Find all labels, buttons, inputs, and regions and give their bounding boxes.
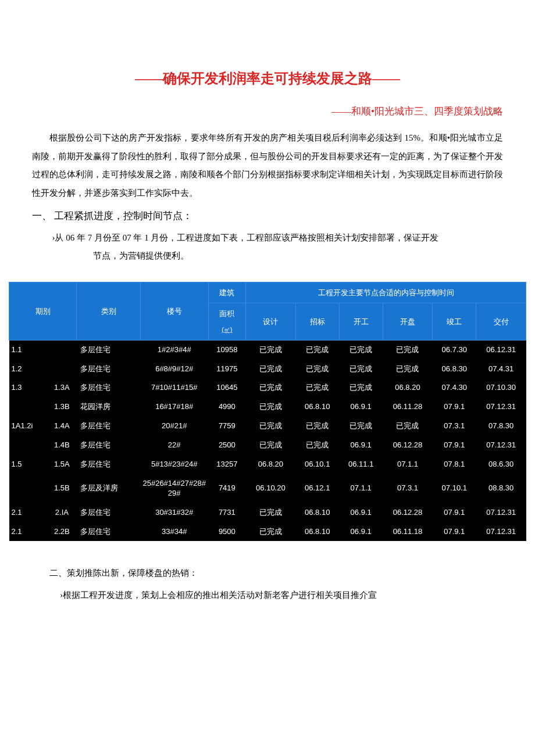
table-cell: 1#2#3#4# bbox=[140, 340, 208, 359]
project-schedule-table: 期别 类别 楼号 建筑 工程开发主要节点合适的内容与控制时间 面积 (㎡) 设计… bbox=[9, 282, 526, 542]
table-cell: 06.10.1 bbox=[295, 455, 339, 474]
table-cell: 06.8.20 bbox=[383, 378, 433, 397]
table-cell: 1.5A bbox=[47, 455, 77, 474]
section-2-heading: 二、策划推陈出新，保障楼盘的热销： bbox=[49, 564, 503, 583]
table-cell: 1.4B bbox=[47, 436, 77, 455]
table-cell: 已完成 bbox=[383, 417, 433, 436]
table-cell: 07.9.1 bbox=[433, 503, 476, 522]
col-design: 设计 bbox=[246, 303, 296, 341]
table-cell: 7731 bbox=[208, 503, 245, 522]
table-cell: 06.9.1 bbox=[339, 522, 383, 542]
table-cell: 已完成 bbox=[383, 360, 433, 379]
table-row: 1.31.3A多层住宅7#10#11#15#10645已完成已完成已完成06.8… bbox=[9, 378, 526, 397]
table-cell: 06.11.1 bbox=[339, 455, 383, 474]
table-cell: 06.10.20 bbox=[246, 474, 296, 503]
table-cell: 1.1 bbox=[9, 340, 48, 359]
table-cell: 多层及洋房 bbox=[77, 474, 141, 503]
table-cell: 1.4A bbox=[47, 417, 77, 436]
table-cell: 07.1.1 bbox=[339, 474, 383, 503]
table-cell: 花园洋房 bbox=[77, 397, 141, 417]
col-area-top: 建筑 bbox=[208, 282, 245, 303]
table-cell: 06.11.28 bbox=[383, 397, 433, 417]
table-cell: 07.12.31 bbox=[476, 397, 526, 417]
table-cell: 25#26#14#27#28#29# bbox=[140, 474, 208, 503]
table-cell: 已完成 bbox=[246, 397, 296, 417]
table-cell: 1.3B bbox=[47, 397, 77, 417]
table-cell: 07.12.31 bbox=[476, 503, 526, 522]
table-cell: 已完成 bbox=[339, 378, 383, 397]
table-cell: 06.11.18 bbox=[383, 522, 433, 542]
table-cell: 已完成 bbox=[339, 340, 383, 359]
table-cell: 9500 bbox=[208, 522, 245, 542]
table-cell: 06.8.10 bbox=[295, 522, 339, 542]
col-start: 开工 bbox=[339, 303, 383, 341]
table-cell: 06.12.31 bbox=[476, 340, 526, 359]
table-cell: 已完成 bbox=[339, 417, 383, 436]
table-cell: 33#34# bbox=[140, 522, 208, 542]
table-row: 2.12.2B多层住宅33#34#9500已完成06.8.1006.9.106.… bbox=[9, 522, 526, 542]
table-cell: 已完成 bbox=[246, 340, 296, 359]
table-cell: 多层住宅 bbox=[77, 503, 141, 522]
table-cell: 2.1 bbox=[9, 522, 48, 542]
table-cell: 06.9.1 bbox=[339, 503, 383, 522]
table-cell bbox=[9, 397, 48, 417]
table-cell: 1.2 bbox=[9, 360, 48, 379]
table-cell: 已完成 bbox=[295, 360, 339, 379]
table-cell: 多层住宅 bbox=[77, 378, 141, 397]
col-area-unit: (㎡) bbox=[222, 326, 232, 333]
table-cell: 已完成 bbox=[246, 417, 296, 436]
table-cell: 06.8.20 bbox=[246, 455, 296, 474]
table-cell: 07.12.31 bbox=[476, 522, 526, 542]
col-finish: 竣工 bbox=[433, 303, 476, 341]
table-cell bbox=[9, 474, 48, 503]
table-cell: 多层住宅 bbox=[77, 522, 141, 542]
table-cell: 06.12.1 bbox=[295, 474, 339, 503]
table-cell: 已完成 bbox=[246, 436, 296, 455]
table-cell: 5#13#23#24# bbox=[140, 455, 208, 474]
table-cell: 07.12.31 bbox=[476, 436, 526, 455]
table-cell: 1.3 bbox=[9, 378, 48, 397]
table-row: 1.4B多层住宅22#2500已完成已完成06.9.106.12.2807.9.… bbox=[9, 436, 526, 455]
col-period: 期别 bbox=[9, 282, 77, 340]
col-type: 类别 bbox=[77, 282, 141, 340]
table-body: 1.1多层住宅1#2#3#4#10958已完成已完成已完成已完成06.7.300… bbox=[9, 340, 526, 541]
table-cell bbox=[47, 340, 77, 359]
table-cell: 30#31#32# bbox=[140, 503, 208, 522]
table-cell: 4990 bbox=[208, 397, 245, 417]
table-cell: 2.2B bbox=[47, 522, 77, 542]
document-subtitle: ——和顺•阳光城市三、四季度策划战略 bbox=[32, 101, 503, 122]
table-cell: 22# bbox=[140, 436, 208, 455]
col-building: 楼号 bbox=[140, 282, 208, 340]
table-row: 1.3B花园洋房16#17#18#4990已完成06.8.1006.9.106.… bbox=[9, 397, 526, 417]
table-cell: 7759 bbox=[208, 417, 245, 436]
table-cell: 多层住宅 bbox=[77, 436, 141, 455]
table-cell: 已完成 bbox=[246, 522, 296, 542]
table-cell: 06.8.30 bbox=[433, 360, 476, 379]
table-cell: 13257 bbox=[208, 455, 245, 474]
table-cell: 07.10.30 bbox=[476, 378, 526, 397]
table-cell bbox=[9, 436, 48, 455]
col-deliver: 交付 bbox=[476, 303, 526, 341]
table-cell: 07.1.1 bbox=[383, 455, 433, 474]
section-1-heading: 一、 工程紧抓进度，控制时间节点： bbox=[32, 206, 503, 227]
table-cell: 06.7.30 bbox=[433, 340, 476, 359]
table-cell: 07.3.1 bbox=[383, 474, 433, 503]
table-cell: 多层住宅 bbox=[77, 360, 141, 379]
table-cell: 2.1 bbox=[9, 503, 48, 522]
col-area-label: 面积 bbox=[219, 309, 234, 318]
table-row: 1.51.5A多层住宅5#13#23#24#1325706.8.2006.10.… bbox=[9, 455, 526, 474]
table-cell: 1.5B bbox=[47, 474, 77, 503]
table-cell: 1.5 bbox=[9, 455, 48, 474]
table-cell: 20#21# bbox=[140, 417, 208, 436]
table-cell: 多层住宅 bbox=[77, 340, 141, 359]
table-cell: 07.8.1 bbox=[433, 455, 476, 474]
table-cell: 7419 bbox=[208, 474, 245, 503]
table-cell: 10645 bbox=[208, 378, 245, 397]
table-cell bbox=[47, 360, 77, 379]
table-cell: 多层住宅 bbox=[77, 417, 141, 436]
table-cell: 已完成 bbox=[295, 417, 339, 436]
table-cell: 06.12.28 bbox=[383, 436, 433, 455]
table-cell: 08.6.30 bbox=[476, 455, 526, 474]
table-header: 期别 类别 楼号 建筑 工程开发主要节点合适的内容与控制时间 面积 (㎡) 设计… bbox=[9, 282, 526, 340]
table-cell: 07.3.1 bbox=[433, 417, 476, 436]
